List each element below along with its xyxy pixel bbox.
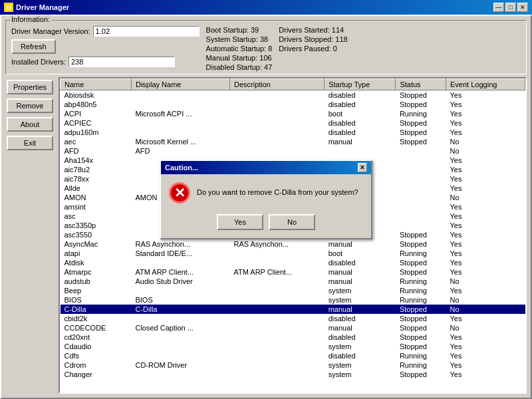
dialog-title-bar: Caution... ✕: [161, 161, 371, 174]
dialog-body: ✕ Do you want to remove C-Dilla from you…: [161, 174, 371, 211]
dialog-no-button[interactable]: No: [269, 214, 315, 230]
dialog-overlay: Caution... ✕ ✕ Do you want to remove C-D…: [0, 0, 532, 399]
dialog-yes-button[interactable]: Yes: [217, 214, 263, 230]
dialog-buttons: Yes No: [161, 211, 371, 238]
dialog-close-button[interactable]: ✕: [358, 163, 367, 172]
dialog-warning-icon: ✕: [169, 182, 190, 203]
dialog-message: Do you want to remove C-Dilla from your …: [197, 188, 358, 198]
caution-dialog: Caution... ✕ ✕ Do you want to remove C-D…: [160, 160, 372, 239]
dialog-title: Caution...: [165, 164, 198, 172]
